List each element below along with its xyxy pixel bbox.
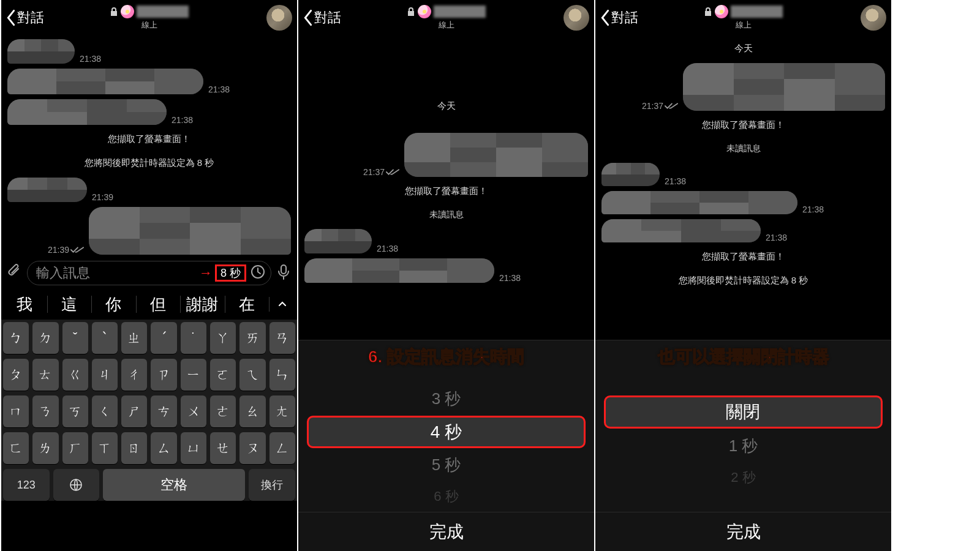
key[interactable]: ㄟ <box>239 359 265 391</box>
key[interactable]: ㄊ <box>32 359 58 391</box>
duration-picker: 3 秒 4 秒 5 秒 6 秒 完成 <box>298 340 594 551</box>
avatar[interactable] <box>861 5 886 31</box>
key[interactable]: ㄜ <box>210 395 236 427</box>
back-button[interactable]: 對話 <box>600 9 638 27</box>
pane-3-timer-off: 對話 線上 今天 21:37 您擷取了螢幕畫面！ 未讀訊息 21:38 21:3… <box>594 0 891 551</box>
key[interactable]: ㄑ <box>92 395 118 427</box>
picker-option[interactable]: 5 秒 <box>298 449 594 481</box>
key[interactable]: ㄩ <box>181 432 206 464</box>
flower-icon <box>121 5 134 18</box>
suggestion[interactable]: 我 <box>2 294 47 315</box>
system-screenshot-notice: 您擷取了螢幕畫面！ <box>304 186 588 197</box>
key[interactable]: ㄐ <box>92 359 118 391</box>
msg-time: 21:38 <box>172 115 193 125</box>
picker-option-selected[interactable]: 4 秒 <box>307 416 585 448</box>
picker-option[interactable]: 3 秒 <box>298 383 594 414</box>
key[interactable]: ㄉ <box>32 322 58 354</box>
key[interactable]: ㄏ <box>62 432 88 464</box>
key[interactable]: ㄒ <box>92 432 118 464</box>
chevron-left-icon <box>6 9 16 26</box>
suggestion[interactable]: 這 <box>47 294 92 315</box>
key[interactable]: ㄋ <box>32 395 58 427</box>
picker-option[interactable]: 2 秒 <box>595 462 891 493</box>
burn-timer-indicator[interactable]: 8 秒 <box>215 264 246 282</box>
key[interactable]: ㄧ <box>181 359 206 391</box>
chat-scroll[interactable]: 今天 21:37 您擷取了螢幕畫面！ 未讀訊息 21:38 21:38 <box>298 36 594 283</box>
suggestion-expand-icon[interactable] <box>269 295 296 314</box>
clock-icon[interactable] <box>246 264 266 282</box>
picker-done-button[interactable]: 完成 <box>298 512 594 551</box>
date-separator: 今天 <box>601 43 885 54</box>
flower-icon <box>418 5 431 18</box>
mic-icon[interactable] <box>275 263 292 283</box>
key[interactable]: ㄢ <box>270 322 295 354</box>
key-space[interactable]: 空格 <box>103 469 245 501</box>
key[interactable]: ˇ <box>62 322 88 354</box>
key[interactable]: ㄨ <box>181 395 206 427</box>
picker-wheel[interactable]: 3 秒 4 秒 5 秒 6 秒 <box>298 383 594 512</box>
contact-name-redacted <box>137 6 189 18</box>
key-enter[interactable]: 換行 <box>249 469 295 501</box>
unread-separator: 未讀訊息 <box>601 143 885 154</box>
key[interactable]: ㄅ <box>3 322 29 354</box>
suggestion[interactable]: 謝謝 <box>180 294 225 315</box>
key[interactable]: ㄇ <box>3 395 29 427</box>
lock-icon <box>407 7 415 17</box>
message-input[interactable]: 輸入訊息 → 8 秒 <box>27 261 271 285</box>
key[interactable]: ㄡ <box>239 432 265 464</box>
key[interactable]: ㄍ <box>62 359 88 391</box>
picker-option[interactable]: 1 秒 <box>595 430 891 462</box>
key[interactable]: ㄕ <box>121 395 147 427</box>
key[interactable]: ㄛ <box>210 359 236 391</box>
avatar[interactable] <box>564 5 589 31</box>
picker-option-selected[interactable]: 關閉 <box>604 395 882 429</box>
chat-scroll[interactable]: 21:38 21:38 21:38 您擷取了螢幕畫面！ 您將閱後即焚計時器設定為… <box>1 36 297 255</box>
back-button[interactable]: 對話 <box>6 9 44 27</box>
key[interactable]: ˊ <box>151 322 176 354</box>
picker-option[interactable]: 6 秒 <box>298 481 594 512</box>
key[interactable]: ㄓ <box>121 322 147 354</box>
key[interactable]: ㄝ <box>210 432 236 464</box>
back-button[interactable]: 對話 <box>303 9 341 27</box>
key[interactable]: ㄙ <box>151 432 176 464</box>
kbd-row-bottom: 123 空格 換行 <box>3 469 295 501</box>
suggestion[interactable]: 你 <box>91 294 136 315</box>
key[interactable]: ㄌ <box>32 432 58 464</box>
keyboard-suggestions: 我 這 你 但 謝謝 在 <box>1 289 297 320</box>
picker-done-button[interactable]: 完成 <box>595 512 891 551</box>
key[interactable]: ㄤ <box>270 395 295 427</box>
key[interactable]: ㄥ <box>270 432 295 464</box>
key[interactable]: ㄣ <box>270 359 295 391</box>
message-input-bar: 輸入訊息 → 8 秒 <box>1 257 297 289</box>
key[interactable]: ㄠ <box>239 395 265 427</box>
suggestion[interactable]: 但 <box>136 294 181 315</box>
key[interactable]: ㄖ <box>121 432 147 464</box>
key[interactable]: ㄔ <box>121 359 147 391</box>
key[interactable]: ㄆ <box>3 359 29 391</box>
msg-time: 21:39 <box>92 192 113 202</box>
system-screenshot-notice: 您擷取了螢幕畫面！ <box>601 251 885 263</box>
contact-name-redacted <box>434 6 486 18</box>
contact-name-redacted <box>731 6 783 18</box>
avatar[interactable] <box>266 5 292 31</box>
key[interactable]: ㄚ <box>210 322 236 354</box>
contact-status: 線上 <box>141 20 157 31</box>
key[interactable]: ˋ <box>92 322 118 354</box>
svg-rect-1 <box>281 265 286 274</box>
key[interactable]: ˙ <box>181 322 206 354</box>
tutorial-annotation: 6. 設定訊息消失時間 <box>298 345 594 369</box>
suggestion[interactable]: 在 <box>225 294 270 315</box>
system-timer-notice: 您將閱後即焚計時器設定為 8 秒 <box>601 275 885 287</box>
key[interactable]: ㄞ <box>239 322 265 354</box>
key-globe[interactable] <box>53 469 100 501</box>
key-123[interactable]: 123 <box>3 469 50 501</box>
chat-scroll[interactable]: 今天 21:37 您擷取了螢幕畫面！ 未讀訊息 21:38 21:38 21:3… <box>595 36 891 290</box>
picker-wheel[interactable]: 關閉 1 秒 2 秒 <box>595 383 891 512</box>
attach-icon[interactable] <box>6 263 23 283</box>
chat-header: 對話 線上 <box>298 0 594 36</box>
key[interactable]: ㄘ <box>151 395 176 427</box>
key[interactable]: ㄗ <box>151 359 176 391</box>
kbd-row-4: ㄈㄌㄏㄒㄖㄙㄩㄝㄡㄥ <box>3 432 295 464</box>
key[interactable]: ㄈ <box>3 432 29 464</box>
key[interactable]: ㄎ <box>62 395 88 427</box>
